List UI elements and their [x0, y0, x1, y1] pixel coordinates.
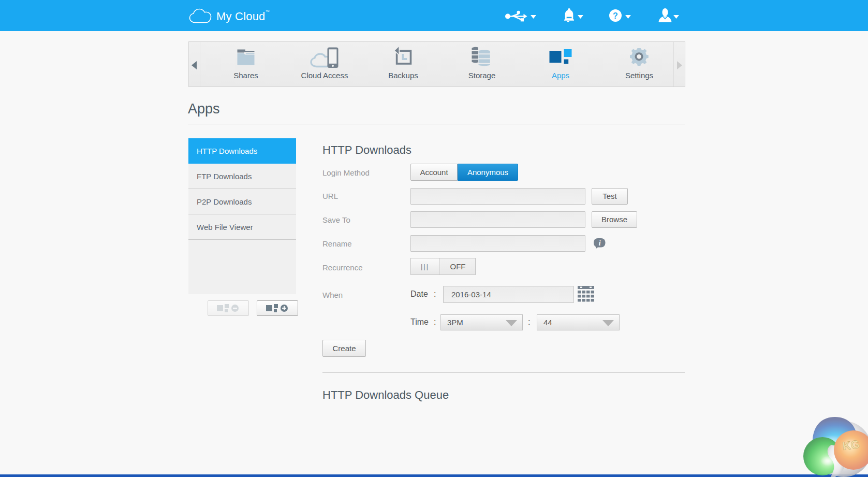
svg-text:?: ?	[613, 11, 618, 20]
svg-text:KG: KG	[842, 438, 860, 453]
svg-text:i: i	[599, 239, 601, 247]
